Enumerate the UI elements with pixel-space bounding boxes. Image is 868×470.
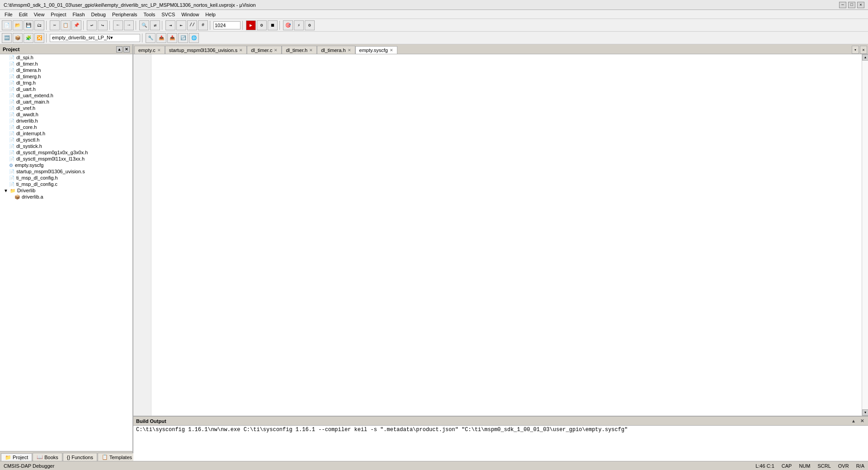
tab-dl_timera_h[interactable]: dl_timera.h ✕ (317, 46, 355, 54)
menu-project[interactable]: Project (48, 11, 69, 18)
menu-tools[interactable]: Tools (141, 11, 158, 18)
templates-tab-icon: 📋 (102, 454, 108, 460)
file-icon: 📄 (9, 55, 14, 60)
outdent-button[interactable]: ⇤ (176, 20, 186, 30)
tab-startup[interactable]: startup_mspm0l1306_uvision.s ✕ (165, 46, 247, 54)
maximize-button[interactable]: □ (848, 2, 855, 8)
tab-close-icon[interactable]: ✕ (390, 48, 393, 52)
tab-close-icon[interactable]: ✕ (157, 48, 161, 52)
breadcrumb[interactable]: empty_driverlib_src_LP_N▾ (50, 34, 140, 42)
target-select[interactable]: 🎯 (283, 20, 293, 30)
uncomment-button[interactable]: # (198, 20, 208, 30)
git-button[interactable]: 🔧 (146, 33, 156, 43)
tab-close-icon[interactable]: ✕ (348, 48, 351, 52)
menu-file[interactable]: File (2, 11, 15, 18)
code-content[interactable] (151, 54, 862, 416)
indent-button[interactable]: ⇥ (165, 20, 175, 30)
find-button[interactable]: 🔍 (139, 20, 149, 30)
tree-item-empty_syscfg[interactable]: ⚙empty.syscfg (0, 162, 132, 168)
tab-empty-c[interactable]: empty.c ✕ (134, 46, 165, 54)
tab-close-icon[interactable]: ✕ (274, 48, 278, 52)
tree-item-dl_vref_h[interactable]: 📄dl_vref.h (0, 105, 132, 111)
tab-books[interactable]: 📖 Books (33, 453, 62, 461)
save-all-button[interactable]: 🗂 (34, 20, 44, 30)
manage-button[interactable]: 📦 (13, 33, 23, 43)
close-button[interactable]: ✕ (857, 2, 864, 8)
tree-item-dl_spi_h[interactable]: 📄dl_spi.h (0, 54, 132, 61)
menu-svcs[interactable]: SVCS (159, 11, 178, 18)
tab-dl_timer_c[interactable]: dl_timer.c ✕ (247, 46, 282, 54)
new-file-button[interactable]: 📄 (2, 20, 12, 30)
undo-button[interactable]: ↩ (87, 20, 97, 30)
tree-item-dl_uart_main_h[interactable]: 📄dl_uart_main.h (0, 99, 132, 105)
components-button[interactable]: 🧩 (24, 33, 33, 43)
menu-window[interactable]: Window (179, 11, 202, 18)
vertical-scrollbar[interactable]: ▲ ▼ (862, 54, 868, 416)
stop-build-button[interactable]: ⏹ (268, 20, 278, 30)
tab-close-icon[interactable]: ✕ (309, 48, 313, 52)
tree-item-driverlib_a[interactable]: 📦driverlib.a (0, 194, 132, 200)
menu-debug[interactable]: Debug (89, 11, 108, 18)
build-output-close-button[interactable]: ✕ (859, 418, 865, 423)
tree-folder-driverlib[interactable]: ▼ 📁 Driverlib (0, 187, 132, 194)
tab-dl_timer_h[interactable]: dl_timer.h ✕ (282, 46, 317, 54)
tree-item-ti_msp_config_h[interactable]: 📄ti_msp_dl_config.h (0, 175, 132, 181)
menu-peripherals[interactable]: Peripherals (109, 11, 140, 18)
tab-nav-button[interactable]: ▾ (852, 46, 859, 54)
zoom-input[interactable] (213, 21, 241, 29)
build-button[interactable]: ▶ (246, 20, 256, 30)
tree-item-driverlib_h[interactable]: 📄driverlib.h (0, 118, 132, 124)
menu-help[interactable]: Help (203, 11, 218, 18)
tree-item-dl_sysctl_l1[interactable]: 📄dl_sysctl_mspm0l11xx_l13xx.h (0, 156, 132, 162)
minimize-button[interactable]: ─ (839, 2, 846, 8)
scroll-down-button[interactable]: ▼ (862, 409, 868, 416)
tree-item-dl_timer_h[interactable]: 📄dl_timer.h (0, 61, 132, 67)
tree-item-startup[interactable]: 📄startup_mspm0l1306_uvision.s (0, 168, 132, 175)
tab-close-all-button[interactable]: ✕ (860, 46, 867, 54)
comment-button[interactable]: // (187, 20, 197, 30)
menu-flash[interactable]: Flash (70, 11, 88, 18)
svcs2-button[interactable]: 📥 (167, 33, 177, 43)
tab-functions[interactable]: {} Functions (63, 453, 97, 461)
tab-close-icon[interactable]: ✕ (239, 48, 243, 52)
cut-button[interactable]: ✂ (50, 20, 60, 30)
merge-button[interactable]: 🔀 (34, 33, 44, 43)
tree-item-dl_trng_h[interactable]: 📄dl_trng.h (0, 80, 132, 86)
tree-item-dl_interrupt_h[interactable]: 📄dl_interrupt.h (0, 130, 132, 137)
tree-item-dl_timera_h[interactable]: 📄dl_timera.h (0, 67, 132, 73)
scroll-up-button[interactable]: ▲ (862, 54, 868, 61)
tree-item-dl_core_h[interactable]: 📄dl_core.h (0, 124, 132, 130)
save-button[interactable]: 💾 (24, 20, 33, 30)
panel-close-button[interactable]: ✕ (123, 46, 130, 52)
nav-fwd-button[interactable]: → (124, 20, 134, 30)
open-button[interactable]: 📂 (13, 20, 23, 30)
svcs3-button[interactable]: 🔃 (178, 33, 188, 43)
tree-item-dl_wwdt_h[interactable]: 📄dl_wwdt.h (0, 111, 132, 118)
tree-item-dl_sysctl_h[interactable]: 📄dl_sysctl.h (0, 137, 132, 143)
uv-button[interactable]: 🌐 (189, 33, 199, 43)
build-all-button[interactable]: ⚙ (257, 20, 267, 30)
tree-item-dl_uart_h[interactable]: 📄dl_uart.h (0, 86, 132, 92)
scroll-thumb[interactable] (862, 61, 868, 409)
redo-button[interactable]: ↪ (98, 20, 108, 30)
menu-view[interactable]: View (31, 11, 47, 18)
menu-edit[interactable]: Edit (16, 11, 30, 18)
tree-item-dl_sysctl_g1[interactable]: 📄dl_sysctl_mspm0g1x0x_g3x0x.h (0, 149, 132, 156)
panel-float-button[interactable]: ▲ (116, 46, 123, 52)
paste-button[interactable]: 📌 (71, 20, 81, 30)
tree-item-dl_uart_extend_h[interactable]: 📄dl_uart_extend.h (0, 92, 132, 99)
new-project-button[interactable]: 🆕 (2, 33, 12, 43)
build-output-float-button[interactable]: ▲ (850, 418, 857, 423)
options-button[interactable]: ⚡ (294, 20, 304, 30)
tab-templates[interactable]: 📋 Templates (98, 453, 136, 461)
nav-back-button[interactable]: ← (113, 20, 123, 30)
tab-project[interactable]: 📁 Project (1, 453, 32, 461)
replace-button[interactable]: ⇄ (150, 20, 160, 30)
tree-item-dl_timerg_h[interactable]: 📄dl_timerg.h (0, 73, 132, 80)
tab-empty-syscfg[interactable]: empty.syscfg ✕ (355, 46, 397, 54)
svcs-button[interactable]: 📤 (156, 33, 166, 43)
copy-button[interactable]: 📋 (61, 20, 71, 30)
tree-item-ti_msp_config_c[interactable]: 📄ti_msp_dl_config.c (0, 181, 132, 187)
tree-item-dl_systick_h[interactable]: 📄dl_systick.h (0, 143, 132, 149)
settings-button[interactable]: ⚙ (305, 20, 315, 30)
